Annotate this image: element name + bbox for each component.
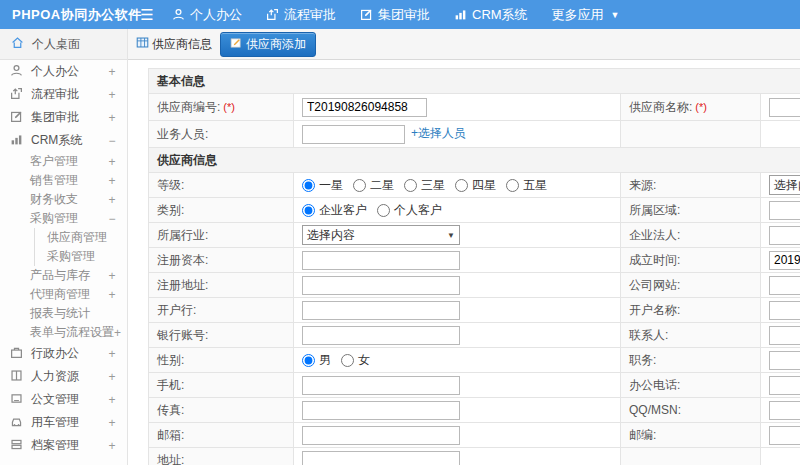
sidebar-item-document-mgmt[interactable]: 公文管理 + [0,388,127,411]
level-radio-3[interactable] [404,179,417,192]
expand-icon[interactable]: + [107,439,117,453]
sidebar-item-form-workflow-settings[interactable]: 表单与流程设置 + [0,323,127,342]
expand-icon[interactable]: + [107,174,117,188]
fax-input[interactable] [302,401,460,420]
level-radio-1[interactable] [302,179,315,192]
email-label: 邮箱: [149,423,294,448]
sidebar-item-customer-mgmt[interactable]: 客户管理 + [0,152,127,171]
expand-icon[interactable]: + [107,88,117,102]
level-radio-5[interactable] [506,179,519,192]
bank-account-input[interactable] [302,326,460,345]
category-radio-group: 企业客户 个人客户 [302,202,612,219]
supplier-name-input[interactable] [769,98,800,117]
level-radio-4[interactable] [455,179,468,192]
email-input[interactable] [302,426,460,445]
supplier-name-label: 供应商名称:(*) [621,94,761,121]
mobile-label: 手机: [149,373,294,398]
expand-icon[interactable]: + [107,269,117,283]
sidebar-item-finance[interactable]: 财务收支 + [0,190,127,209]
contact-input[interactable] [769,326,800,345]
sidebar-item-reports-stats[interactable]: 报表与统计 [0,304,127,323]
region-label: 所属区域: [621,198,761,223]
car-icon [10,415,23,431]
sidebar-item-purchase-mgmt[interactable]: 采购管理 − [0,209,127,228]
address-input[interactable] [302,451,460,465]
sidebar: 个人桌面 个人办公 + 流程审批 + 集团审批 + CRM系统 − 客户管理 +… [0,29,128,465]
sidebar-item-crm-system[interactable]: CRM系统 − [0,129,127,152]
topnav-crm-system[interactable]: CRM系统 [454,6,528,24]
tab-supplier-info[interactable]: 供应商信息 [136,36,212,53]
qq-msn-label: QQ/MSN: [621,398,761,423]
document-icon [10,392,23,408]
level-radio-2[interactable] [353,179,366,192]
qq-msn-input[interactable] [769,401,800,420]
sidebar-item-human-resources[interactable]: 人力资源 + [0,365,127,388]
app-logo: PHPOA协同办公软件 [0,6,130,24]
category-label: 类别: [149,198,294,223]
sidebar-item-desktop[interactable]: 个人桌面 [0,29,127,60]
sidebar-item-vehicle-mgmt[interactable]: 用车管理 + [0,411,127,434]
topnav-group-approval[interactable]: 集团审批 [360,6,430,24]
sidebar-item-procurement-mgmt[interactable]: 采购管理 [35,247,127,266]
staff-input[interactable] [302,125,405,144]
topnav-workflow-approval[interactable]: 流程审批 [266,6,336,24]
region-input[interactable] [769,201,800,220]
main-area: 供应商信息 供应商添加 基本信息 供应商编号:(*) 供应商名称:(*) [128,29,800,465]
sidebar-item-agent-mgmt[interactable]: 代理商管理 + [0,285,127,304]
gender-radio-female[interactable] [341,354,354,367]
gender-radio-male[interactable] [302,354,315,367]
collapse-icon[interactable]: − [107,134,117,148]
expand-icon[interactable]: + [107,65,117,79]
reg-address-input[interactable] [302,276,460,295]
tab-strip: 供应商信息 供应商添加 [128,29,800,60]
zip-label: 邮编: [621,423,761,448]
category-radio-company[interactable] [302,204,315,217]
expand-icon[interactable]: + [107,155,117,169]
expand-icon[interactable]: + [107,288,117,302]
sidebar-item-workflow-approval[interactable]: 流程审批 + [0,83,127,106]
expand-icon[interactable]: + [107,347,117,361]
expand-icon[interactable]: + [107,393,117,407]
expand-icon[interactable]: + [107,370,117,384]
sidebar-item-sales-mgmt[interactable]: 销售管理 + [0,171,127,190]
choose-staff-link[interactable]: +选择人员 [411,126,466,140]
industry-select[interactable]: 选择内容▼ [302,225,460,245]
account-name-label: 开户名称: [621,298,761,323]
sidebar-item-personal-office[interactable]: 个人办公 + [0,60,127,83]
website-input[interactable] [769,276,800,295]
source-select[interactable]: 选择内容▼ [769,175,800,195]
capital-input[interactable] [302,251,460,270]
expand-icon[interactable]: + [107,416,117,430]
building-icon [10,369,23,385]
sidebar-item-group-approval[interactable]: 集团审批 + [0,106,127,129]
contact-label: 联系人: [621,323,761,348]
supplier-code-input[interactable] [302,98,427,117]
account-name-input[interactable] [769,301,800,320]
expand-icon[interactable]: + [114,326,121,340]
share-arrow-icon [10,87,23,103]
edit-square-icon [10,110,23,126]
founded-date-input[interactable] [769,251,800,270]
collapse-icon[interactable]: − [107,212,117,226]
sidebar-item-product-inventory[interactable]: 产品与库存 + [0,266,127,285]
add-edit-icon [230,37,242,52]
mobile-input[interactable] [302,376,460,395]
legal-person-input[interactable] [769,226,800,245]
topbar: PHPOA协同办公软件 ☰ 个人办公 流程审批 集团审批 CRM系统 更多应用 … [0,0,800,29]
topnav-personal-office[interactable]: 个人办公 [172,6,242,24]
expand-icon[interactable]: + [107,193,117,207]
sidebar-item-archive-mgmt[interactable]: 档案管理 + [0,434,127,457]
zip-input[interactable] [769,426,800,445]
category-radio-person[interactable] [377,204,390,217]
sidebar-item-admin-office[interactable]: 行政办公 + [0,342,127,365]
reg-address-label: 注册地址: [149,273,294,298]
menu-toggle-icon[interactable]: ☰ [130,6,164,24]
person-icon [172,8,185,21]
bank-input[interactable] [302,301,460,320]
office-phone-input[interactable] [769,376,800,395]
expand-icon[interactable]: + [107,111,117,125]
topnav-more-apps[interactable]: 更多应用 ▼ [552,6,620,24]
title-input[interactable] [769,351,800,370]
sidebar-item-supplier-mgmt[interactable]: 供应商管理 [35,228,127,247]
tab-supplier-add[interactable]: 供应商添加 [220,32,316,57]
